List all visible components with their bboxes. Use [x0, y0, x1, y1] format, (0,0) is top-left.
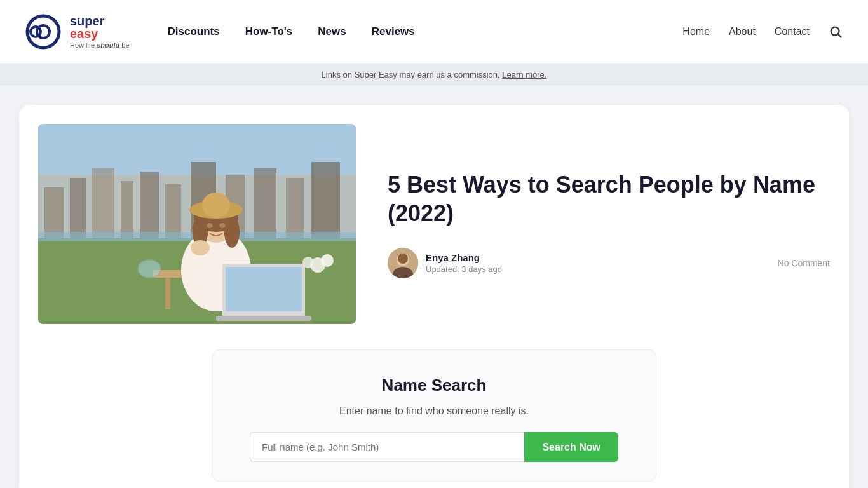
svg-rect-15: [254, 168, 276, 238]
author-avatar: [388, 248, 418, 278]
svg-point-0: [27, 16, 59, 48]
logo-tagline: How life should be: [70, 41, 130, 49]
author-section: Enya Zhang Updated: 3 days ago: [388, 248, 502, 278]
author-name: Enya Zhang: [426, 252, 502, 263]
article-title: 5 Best Ways to Search People by Name (20…: [388, 170, 830, 227]
svg-point-39: [138, 260, 161, 278]
commission-bar: Links on Super Easy may earn us a commis…: [0, 64, 868, 86]
svg-rect-10: [121, 181, 133, 238]
header-right: Home About Contact: [682, 25, 843, 39]
name-search-input[interactable]: [250, 432, 524, 462]
nav-reviews[interactable]: Reviews: [372, 25, 415, 38]
svg-point-27: [224, 216, 240, 248]
svg-rect-12: [165, 184, 181, 238]
logo-brand1: super: [70, 14, 104, 28]
author-date: Updated: 3 days ago: [426, 264, 502, 274]
logo-icon: [25, 14, 61, 50]
learn-more-link[interactable]: Learn more.: [502, 70, 546, 79]
svg-rect-16: [286, 178, 304, 238]
svg-rect-7: [44, 187, 64, 238]
article-card: 5 Best Ways to Search People by Name (20…: [19, 105, 849, 488]
hero-image-svg: [38, 124, 356, 324]
svg-rect-9: [92, 168, 114, 238]
svg-rect-8: [70, 178, 86, 238]
svg-point-35: [191, 240, 210, 255]
svg-point-29: [202, 193, 230, 218]
site-logo[interactable]: super easy How life should be: [25, 14, 130, 50]
comment-count: No Comment: [778, 258, 830, 268]
svg-line-4: [838, 34, 841, 37]
svg-rect-17: [311, 162, 340, 238]
svg-point-38: [302, 257, 314, 268]
svg-rect-21: [165, 278, 170, 309]
svg-point-43: [398, 254, 408, 264]
search-now-button[interactable]: Search Now: [524, 432, 618, 462]
svg-rect-11: [140, 172, 159, 238]
svg-point-3: [831, 27, 839, 35]
nav-home[interactable]: Home: [682, 26, 710, 37]
nav-about[interactable]: About: [729, 26, 756, 37]
article-info: 5 Best Ways to Search People by Name (20…: [388, 170, 830, 278]
search-icon: [829, 25, 843, 39]
author-details: Enya Zhang Updated: 3 days ago: [426, 252, 502, 274]
svg-point-37: [321, 254, 334, 267]
logo-tagline-highlight: should: [97, 41, 119, 49]
svg-point-31: [219, 223, 226, 228]
nav-howtos[interactable]: How-To's: [245, 25, 293, 38]
search-form: Search Now: [250, 432, 618, 462]
article-meta: Enya Zhang Updated: 3 days ago No Commen…: [388, 248, 830, 278]
search-button[interactable]: [829, 25, 843, 39]
site-header: super easy How life should be Discounts …: [0, 0, 868, 64]
logo-brand2: easy: [70, 27, 98, 41]
nav-discounts[interactable]: Discounts: [168, 25, 220, 38]
main-nav: Discounts How-To's News Reviews: [168, 25, 415, 38]
commission-text: Links on Super Easy may earn us a commis…: [322, 70, 503, 79]
svg-rect-34: [216, 316, 311, 321]
name-search-box: Name Search Enter name to find who someo…: [212, 349, 656, 482]
name-search-title: Name Search: [231, 376, 637, 395]
header-left: super easy How life should be Discounts …: [25, 14, 415, 50]
article-image: [38, 124, 356, 324]
article-hero: 5 Best Ways to Search People by Name (20…: [38, 124, 830, 324]
name-search-desc: Enter name to find who someone really is…: [231, 405, 637, 417]
nav-news[interactable]: News: [318, 25, 346, 38]
main-content: 5 Best Ways to Search People by Name (20…: [0, 86, 868, 488]
author-avatar-image: [388, 248, 418, 278]
logo-text: super easy How life should be: [70, 15, 130, 49]
svg-point-30: [207, 223, 213, 228]
svg-rect-33: [226, 267, 302, 311]
nav-contact[interactable]: Contact: [775, 26, 810, 37]
